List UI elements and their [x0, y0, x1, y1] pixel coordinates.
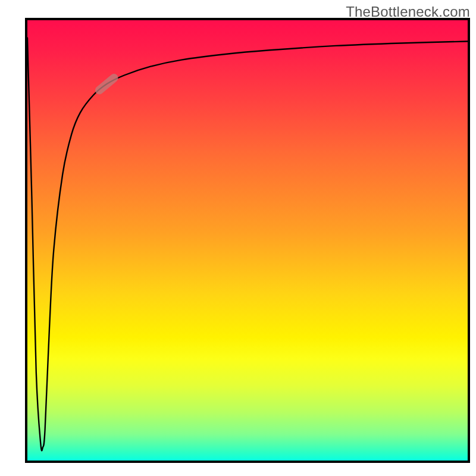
chart-container: TheBottleneck.com: [0, 0, 476, 476]
highlight-marker: [93, 72, 120, 96]
plot-area: [25, 18, 470, 463]
curve-layer: [25, 18, 470, 463]
curve-path: [27, 38, 468, 451]
watermark-text: TheBottleneck.com: [346, 4, 470, 20]
